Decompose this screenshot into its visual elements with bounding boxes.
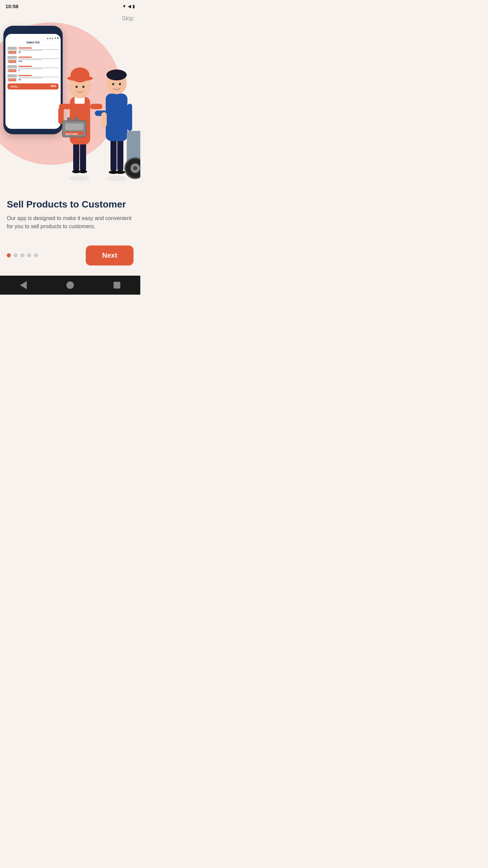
svg-rect-2 (80, 141, 86, 172)
svg-point-21 (106, 176, 127, 181)
svg-rect-29 (127, 104, 132, 131)
back-icon (20, 281, 27, 289)
back-button[interactable] (19, 280, 28, 290)
next-button[interactable]: Next (86, 245, 134, 265)
svg-rect-9 (90, 104, 102, 109)
svg-point-4 (79, 170, 87, 173)
svg-rect-1 (73, 141, 79, 172)
pagination-dot-2 (14, 253, 18, 257)
pagination-dot-5 (34, 253, 38, 257)
svg-point-13 (76, 86, 78, 88)
svg-rect-26 (106, 94, 127, 141)
phone-notch (23, 29, 43, 33)
main-description: Our app is designed to make it easy and … (7, 214, 134, 231)
svg-point-25 (116, 171, 125, 174)
svg-point-12 (70, 67, 89, 82)
battery-item-icon: BATTERY (7, 65, 17, 73)
total-label: TOTAL: (10, 85, 19, 88)
home-icon (66, 281, 74, 289)
main-title: Sell Products to Customer (7, 199, 134, 210)
signal-icon: ◀ (128, 4, 131, 9)
item-bar-gray-short (18, 68, 42, 69)
recents-icon (114, 282, 120, 289)
svg-rect-23 (117, 138, 123, 172)
item-bar-gray-short (18, 78, 42, 78)
battery-item-icon: BATTERY (7, 56, 17, 63)
svg-point-38 (133, 166, 137, 170)
svg-point-33 (119, 83, 121, 85)
battery-item-icon: BATTERY (7, 74, 17, 82)
svg-rect-17 (67, 117, 71, 121)
svg-point-31 (106, 70, 127, 80)
item-bar-gray-short (18, 59, 42, 60)
svg-rect-22 (110, 138, 117, 172)
people-illustration: BATTERY (49, 16, 140, 185)
pagination-dot-4 (27, 253, 31, 257)
bottom-controls: Next (0, 242, 140, 272)
svg-text:BATTERY: BATTERY (66, 133, 79, 136)
svg-point-14 (82, 86, 84, 88)
home-button[interactable] (65, 280, 75, 290)
item-bar-red (18, 66, 32, 67)
status-icons: ▼ ◀ ▮ (122, 4, 135, 9)
pagination-dot-3 (20, 253, 24, 257)
battery-icon-status: ▮ (133, 4, 135, 9)
svg-point-32 (112, 83, 114, 85)
status-time: 10:58 (5, 3, 18, 9)
item-bar-red (18, 57, 32, 58)
illustration-area: ▲▲▲▼▮ Sales list BATTERY ₹₹ BATTERY (0, 16, 140, 192)
content-area: Sell Products to Customer Our app is des… (0, 192, 140, 242)
svg-rect-28 (101, 112, 107, 127)
item-bar-gray-short (18, 50, 42, 51)
svg-rect-35 (127, 131, 140, 141)
status-bar: 10:58 ▼ ◀ ▮ (0, 0, 140, 12)
pagination-dots (7, 253, 38, 257)
pagination-dot-1 (7, 253, 11, 257)
battery-item-icon: BATTERY (7, 47, 17, 54)
svg-rect-18 (75, 117, 79, 121)
wifi-icon: ▼ (122, 4, 126, 9)
svg-rect-16 (65, 123, 83, 130)
item-bar-red (18, 75, 32, 76)
item-bar-red (18, 47, 32, 48)
svg-point-0 (69, 176, 89, 181)
bottom-nav (0, 276, 140, 295)
recents-button[interactable] (112, 280, 122, 290)
